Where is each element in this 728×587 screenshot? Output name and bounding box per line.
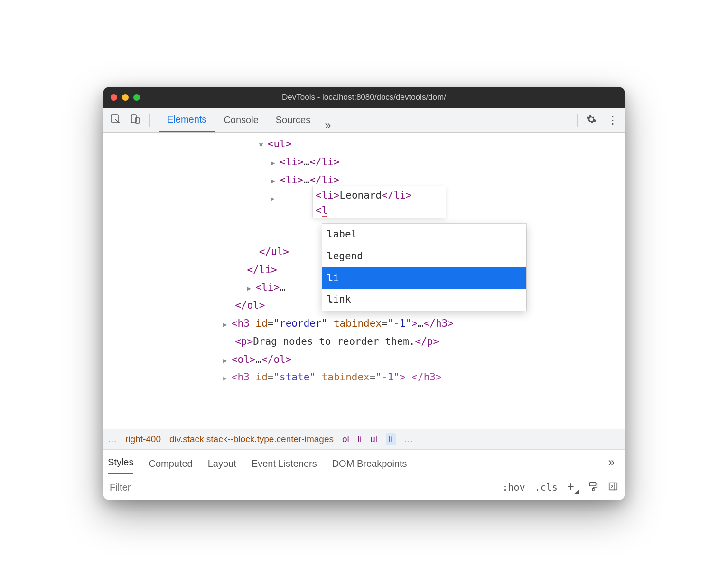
minimize-window-button[interactable] — [122, 94, 129, 101]
tree-node[interactable]: ▶<li>…</li> — [103, 153, 625, 171]
dom-tree[interactable]: ▼<ul> ▶<li>…</li> ▶<li>…</li> ▶ </ul> — [103, 133, 625, 429]
styles-filter-input[interactable] — [110, 482, 493, 493]
titlebar: DevTools - localhost:8080/docs/devtools/… — [103, 87, 625, 108]
styles-filter-row: :hov .cls +◢ — [103, 474, 625, 500]
new-style-rule-icon[interactable]: +◢ — [567, 479, 579, 495]
styles-tabbar: Styles Computed Layout Event Listeners D… — [103, 450, 625, 474]
window-title: DevTools - localhost:8080/docs/devtools/… — [103, 93, 625, 102]
tree-node[interactable]: <p>Drag nodes to reorder them.</p> — [103, 333, 625, 351]
inspect-element-icon[interactable] — [110, 114, 121, 127]
tree-node[interactable]: ▼<ul> — [103, 135, 625, 153]
toggle-sidebar-icon[interactable] — [608, 481, 618, 493]
breadcrumb-item[interactable]: ol — [342, 434, 349, 445]
divider — [577, 114, 578, 127]
divider — [149, 114, 150, 127]
tab-elements[interactable]: Elements — [159, 108, 215, 132]
device-toggle-icon[interactable] — [130, 114, 141, 127]
breadcrumb-item[interactable]: right-400 — [125, 434, 161, 445]
main-toolbar: Elements Console Sources » ⋮ — [103, 108, 625, 133]
subtab-computed[interactable]: Computed — [149, 458, 192, 474]
autocomplete-item-selected[interactable]: li — [322, 267, 526, 289]
breadcrumb-item[interactable]: ul — [370, 434, 377, 445]
breadcrumb-item-current[interactable]: li — [386, 433, 395, 445]
breadcrumb-overflow[interactable]: … — [404, 434, 413, 445]
kebab-menu-icon[interactable]: ⋮ — [607, 114, 618, 127]
gear-icon[interactable] — [586, 114, 597, 126]
tree-node[interactable]: ▶<ol>…</ol> — [103, 351, 625, 369]
tab-console[interactable]: Console — [215, 108, 267, 132]
svg-rect-5 — [609, 483, 617, 490]
breadcrumb-overflow[interactable]: … — [108, 434, 117, 445]
hov-toggle[interactable]: :hov — [502, 482, 525, 493]
paint-icon[interactable] — [588, 481, 598, 493]
breadcrumb[interactable]: … right-400 div.stack.stack--block.type.… — [103, 429, 625, 450]
close-window-button[interactable] — [111, 94, 117, 101]
autocomplete-item[interactable]: label — [322, 224, 526, 246]
svg-rect-4 — [592, 489, 594, 491]
autocomplete-item[interactable]: legend — [322, 246, 526, 267]
tree-node[interactable]: ▶<h3 id="state" tabindex="-1"> </h3> — [103, 369, 625, 387]
subtab-styles[interactable]: Styles — [108, 457, 133, 474]
more-tabs-icon[interactable]: » — [319, 119, 336, 132]
more-subtabs-icon[interactable]: » — [603, 455, 620, 469]
autocomplete-popup[interactable]: label legend li link — [322, 224, 526, 311]
breadcrumb-item[interactable]: div.stack.stack--block.type.center-image… — [169, 434, 334, 445]
tab-sources[interactable]: Sources — [267, 108, 319, 132]
subtab-dom-breakpoints[interactable]: DOM Breakpoints — [332, 458, 407, 474]
maximize-window-button[interactable] — [133, 94, 140, 101]
tree-node[interactable]: ▶<h3 id="reorder" tabindex="-1">…</h3> — [103, 315, 625, 333]
edit-html-box[interactable]: <li>Leonard</li> <l — [313, 186, 446, 218]
subtab-event-listeners[interactable]: Event Listeners — [252, 458, 317, 474]
subtab-layout[interactable]: Layout — [208, 458, 236, 474]
breadcrumb-item[interactable]: li — [358, 434, 362, 445]
cls-toggle[interactable]: .cls — [535, 482, 558, 493]
svg-rect-3 — [590, 483, 596, 486]
autocomplete-item[interactable]: link — [322, 289, 526, 311]
